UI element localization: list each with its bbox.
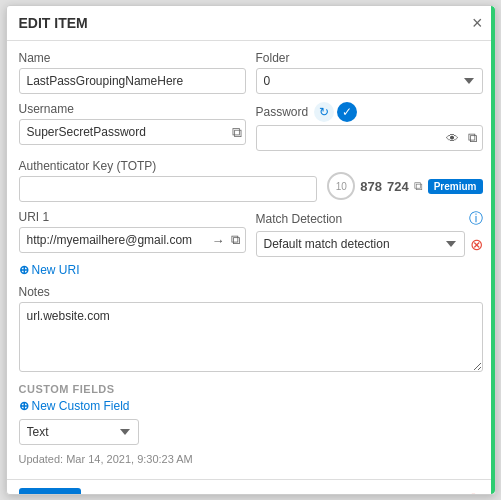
notes-section: Notes url.website.com [19, 285, 483, 375]
match-detection-select[interactable]: Default match detection Never Always [256, 231, 465, 257]
match-col: Match Detection ⓘ Default match detectio… [256, 210, 483, 257]
totp-circle: 10 [327, 172, 355, 200]
custom-fields-title: CUSTOM FIELDS [19, 383, 483, 395]
password-check-button[interactable]: ✓ [337, 102, 357, 122]
username-input-wrap: ⧉ [19, 119, 246, 145]
username-label: Username [19, 102, 246, 116]
custom-type-select[interactable]: Text Hidden Boolean Linked [19, 419, 139, 445]
username-col: Username ⧉ [19, 102, 246, 151]
footer-right: ★ 🗑 [441, 491, 483, 496]
password-label-row: Password ↻ ✓ [256, 102, 483, 122]
uri-remove-button[interactable]: ⊗ [470, 235, 483, 254]
totp-right: 10 878 724 ⧉ Premium [327, 172, 482, 202]
name-folder-row: Name Folder 0 Work Personal [19, 51, 483, 94]
folder-label: Folder [256, 51, 483, 65]
match-detection-label: Match Detection [256, 212, 343, 226]
modal-body: Name Folder 0 Work Personal Username [7, 41, 495, 479]
uri-open-button[interactable]: → [210, 233, 227, 248]
match-label-row: Match Detection ⓘ [256, 210, 483, 228]
new-uri-link[interactable]: ⊕ New URI [19, 263, 483, 277]
password-copy-button[interactable]: ⧉ [466, 130, 479, 146]
cancel-button[interactable]: Cancel [89, 494, 129, 495]
custom-fields-section: CUSTOM FIELDS ⊕ New Custom Field Text Hi… [19, 383, 483, 445]
totp-col: Authenticator Key (TOTP) [19, 159, 318, 202]
username-password-row: Username ⧉ Password ↻ ✓ 👁 ⧉ [19, 102, 483, 151]
new-uri-label: New URI [32, 263, 80, 277]
notes-textarea[interactable]: url.website.com [19, 302, 483, 372]
footer-left: Save Cancel [19, 488, 130, 495]
password-input-wrap: 👁 ⧉ [256, 125, 483, 151]
totp-row: Authenticator Key (TOTP) 10 878 724 ⧉ Pr… [19, 159, 483, 202]
modal-footer: Save Cancel ★ 🗑 [7, 479, 495, 495]
totp-copy-button[interactable]: ⧉ [414, 179, 423, 193]
updated-text: Updated: Mar 14, 2021, 9:30:23 AM [19, 453, 483, 465]
password-col: Password ↻ ✓ 👁 ⧉ [256, 102, 483, 151]
uri-input-wrap: → ⧉ [19, 227, 246, 253]
match-select-row: Default match detection Never Always ⊗ [256, 231, 483, 257]
save-button[interactable]: Save [19, 488, 81, 495]
modal-title: EDIT ITEM [19, 15, 88, 31]
new-custom-plus-icon: ⊕ [19, 399, 29, 413]
new-uri-plus-icon: ⊕ [19, 263, 29, 277]
name-col: Name [19, 51, 246, 94]
password-refresh-button[interactable]: ↻ [314, 102, 334, 122]
premium-badge: Premium [428, 179, 483, 194]
match-info-icon[interactable]: ⓘ [469, 210, 483, 228]
uri-copy-button[interactable]: ⧉ [229, 232, 242, 248]
uri-match-row: URI 1 → ⧉ Match Detection ⓘ Default matc… [19, 210, 483, 257]
uri-icons: → ⧉ [210, 232, 242, 248]
totp-counter: 10 [336, 181, 347, 192]
password-label: Password [256, 105, 309, 119]
uri1-label: URI 1 [19, 210, 246, 224]
totp-input[interactable] [19, 176, 318, 202]
new-custom-field-link[interactable]: ⊕ New Custom Field [19, 399, 483, 413]
name-label: Name [19, 51, 246, 65]
name-input[interactable] [19, 68, 246, 94]
modal-header: EDIT ITEM × [7, 6, 495, 41]
username-copy-button[interactable]: ⧉ [232, 124, 242, 141]
username-input[interactable] [19, 119, 246, 145]
totp-num1: 878 [360, 179, 382, 194]
close-button[interactable]: × [472, 14, 483, 32]
new-custom-field-label: New Custom Field [32, 399, 130, 413]
edit-item-modal: EDIT ITEM × Name Folder 0 Work Personal [6, 5, 496, 495]
name-input-wrap [19, 68, 246, 94]
folder-col: Folder 0 Work Personal [256, 51, 483, 94]
folder-select[interactable]: 0 Work Personal [256, 68, 483, 94]
delete-button[interactable]: 🗑 [465, 491, 483, 495]
totp-num2: 724 [387, 179, 409, 194]
favorite-button[interactable]: ★ [441, 491, 457, 496]
notes-label: Notes [19, 285, 483, 299]
totp-label: Authenticator Key (TOTP) [19, 159, 318, 173]
password-action-icons: ↻ ✓ [314, 102, 357, 122]
password-show-button[interactable]: 👁 [444, 131, 461, 146]
uri-col: URI 1 → ⧉ [19, 210, 246, 257]
green-bar [491, 6, 495, 494]
